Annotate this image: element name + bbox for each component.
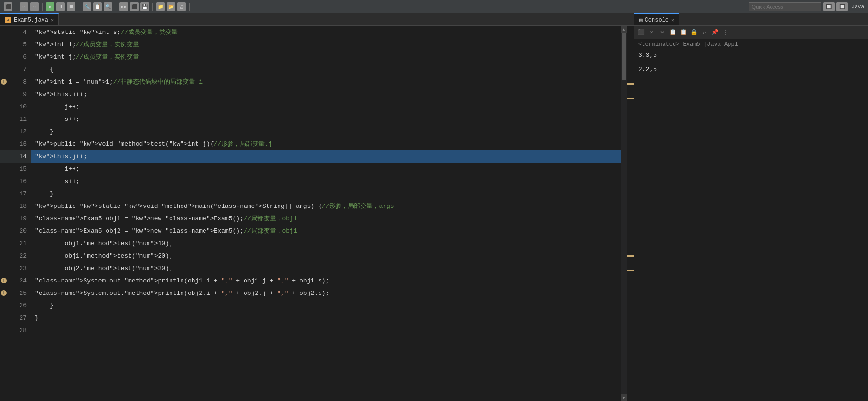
toolbar-icon-11[interactable]: ⬛ — [130, 2, 139, 11]
code-lines-area[interactable]: "kw">static "kw">int s;//成员变量，类变量 "kw">i… — [31, 26, 621, 401]
fold-icon-7[interactable]: − — [23, 67, 26, 72]
code-line-11[interactable]: s++; — [31, 113, 621, 125]
code-line-22[interactable]: obj1."method">test("num">20); — [31, 249, 621, 262]
line-num-text-27: 27 — [19, 314, 27, 322]
line-num-text-22: 22 — [19, 252, 27, 260]
toolbar-icon-16[interactable]: 🔲 — [823, 2, 835, 11]
java-label: Java — [852, 4, 864, 10]
ruler-mark-2 — [627, 98, 634, 99]
line-number-27: 27 — [0, 312, 31, 324]
line-number-4: 4 — [0, 26, 31, 38]
toolbar-icon-4[interactable]: ▶ — [46, 2, 54, 11]
console-terminate-btn[interactable]: ✂ — [657, 28, 667, 37]
console-scroll-lock-btn[interactable]: 🔒 — [689, 28, 698, 37]
console-pin-btn[interactable]: 📌 — [710, 28, 719, 37]
code-line-12[interactable]: } — [31, 125, 621, 138]
main-area: J Exam5.java ✕ 456−7!89101112−1314151617… — [0, 13, 868, 401]
toolbar-icon-13[interactable]: 📁 — [156, 2, 165, 11]
editor-tab-exam5[interactable]: J Exam5.java ✕ — [0, 13, 59, 25]
toolbar-icon-1[interactable]: ⬛ — [4, 2, 12, 11]
toolbar-icon-15[interactable]: 🖨 — [177, 2, 186, 11]
overview-ruler — [627, 26, 634, 401]
editor-tab-label: Exam5.java — [14, 17, 48, 23]
line-num-text-15: 15 — [19, 165, 27, 173]
console-copy-btn[interactable]: 📋 — [668, 28, 677, 37]
toolbar-icon-5[interactable]: ⏸ — [56, 2, 65, 11]
vscroll-thumb[interactable] — [622, 33, 626, 80]
code-line-15[interactable]: i++; — [31, 163, 621, 175]
code-line-9[interactable]: "kw">this.i++; — [31, 88, 621, 100]
console-paste-btn[interactable]: 📋 — [678, 28, 688, 37]
toolbar-icon-7[interactable]: 🔧 — [83, 2, 91, 11]
console-pane: ▤ Console ✕ ⬛ ✕ ✂ 📋 📋 🔒 ↵ 📌 ⋮ <terminate… — [634, 13, 868, 401]
console-tab-bar: ▤ Console ✕ — [634, 13, 868, 26]
fold-icon-18[interactable]: − — [23, 204, 26, 209]
sep1 — [16, 3, 16, 11]
code-line-19[interactable]: "class-name">Exam5 obj1 = "kw">new "clas… — [31, 212, 621, 225]
toolbar-icon-8[interactable]: 📋 — [93, 2, 102, 11]
code-line-13[interactable]: "kw">public "kw">void "method">test("kw"… — [31, 138, 621, 150]
console-stop-btn[interactable]: ⬛ — [636, 28, 646, 37]
code-line-21[interactable]: obj1."method">test("num">10); — [31, 237, 621, 249]
code-line-25[interactable]: "class-name">System.out."method">println… — [31, 287, 621, 299]
line-num-text-21: 21 — [19, 240, 27, 247]
code-line-10[interactable]: j++; — [31, 100, 621, 113]
code-line-20[interactable]: "class-name">Exam5 obj2 = "kw">new "clas… — [31, 225, 621, 237]
line-number-5: 5 — [0, 38, 31, 51]
warning-icon-8: ! — [1, 79, 7, 85]
line-num-text-11: 11 — [19, 116, 27, 123]
console-terminated-header: <terminated> Exam5 [Java Appl — [638, 41, 864, 48]
code-line-16[interactable]: s++; — [31, 175, 621, 187]
toolbar-icon-6[interactable]: ⏹ — [67, 2, 75, 11]
editor-vscrollbar[interactable]: ▲ ▼ — [621, 26, 627, 401]
sep4 — [116, 3, 116, 11]
sep3 — [79, 3, 79, 11]
line-number-19: 19 — [0, 212, 31, 225]
code-line-28[interactable] — [31, 324, 621, 336]
code-line-18[interactable]: "kw">public "kw">static "kw">void "metho… — [31, 200, 621, 212]
console-toolbar: ⬛ ✕ ✂ 📋 📋 🔒 ↵ 📌 ⋮ — [634, 26, 868, 39]
quick-access-input[interactable] — [749, 2, 821, 11]
fold-icon-13[interactable]: − — [23, 141, 26, 147]
console-tab[interactable]: ▤ Console ✕ — [634, 13, 679, 25]
code-line-4[interactable]: "kw">static "kw">int s;//成员变量，类变量 — [31, 26, 621, 38]
code-line-23[interactable]: obj2."method">test("num">30); — [31, 262, 621, 274]
vscroll-up-btn[interactable]: ▲ — [621, 26, 627, 33]
toolbar-icon-17[interactable]: 🔲 — [836, 2, 848, 11]
toolbar-icon-9[interactable]: 🔍 — [104, 2, 112, 11]
vscroll-down-btn[interactable]: ▼ — [621, 394, 627, 401]
code-line-7[interactable]: { — [31, 63, 621, 76]
toolbar-icon-12[interactable]: 💾 — [140, 2, 149, 11]
line-number-20: 20 — [0, 225, 31, 237]
line-number-17: 17 — [0, 187, 31, 200]
console-clear-btn[interactable]: ✕ — [647, 28, 656, 37]
warning-icon-24: ! — [1, 278, 7, 283]
code-line-24[interactable]: "class-name">System.out."method">println… — [31, 274, 621, 287]
console-tab-close[interactable]: ✕ — [671, 17, 674, 23]
line-number-13: −13 — [0, 138, 31, 150]
toolbar-icon-14[interactable]: 📂 — [167, 2, 175, 11]
code-line-8[interactable]: "kw">int i = "num">1;//非静态代码块中的局部变量 i — [31, 76, 621, 88]
line-number-10: 10 — [0, 100, 31, 113]
console-output: <terminated> Exam5 [Java Appl 3,3,5 2,2,… — [634, 39, 868, 401]
code-line-26[interactable]: } — [31, 299, 621, 312]
console-spacer — [638, 60, 864, 64]
console-more-btn[interactable]: ⋮ — [720, 28, 730, 37]
toolbar-icon-10[interactable]: ▶▶ — [119, 2, 128, 11]
line-num-text-5: 5 — [23, 41, 27, 48]
code-line-17[interactable]: } — [31, 187, 621, 200]
line-num-text-23: 23 — [19, 265, 27, 272]
line-num-text-6: 6 — [23, 54, 27, 61]
code-line-14[interactable]: "kw">this.j++; — [31, 150, 621, 163]
line-num-text-8: 8 — [23, 78, 27, 86]
line-num-text-25: 25 — [19, 290, 27, 297]
toolbar-icon-2[interactable]: ↩ — [20, 2, 28, 11]
code-line-6[interactable]: "kw">int j;//成员变量，实例变量 — [31, 51, 621, 63]
line-number-28: 28 — [0, 324, 31, 336]
console-word-wrap-btn[interactable]: ↵ — [699, 28, 709, 37]
editor-tab-close[interactable]: ✕ — [51, 17, 54, 23]
code-line-5[interactable]: "kw">int i;//成员变量，实例变量 — [31, 38, 621, 51]
line-num-text-28: 28 — [19, 327, 27, 334]
code-line-27[interactable]: } — [31, 312, 621, 324]
toolbar-icon-3[interactable]: ↪ — [30, 2, 39, 11]
